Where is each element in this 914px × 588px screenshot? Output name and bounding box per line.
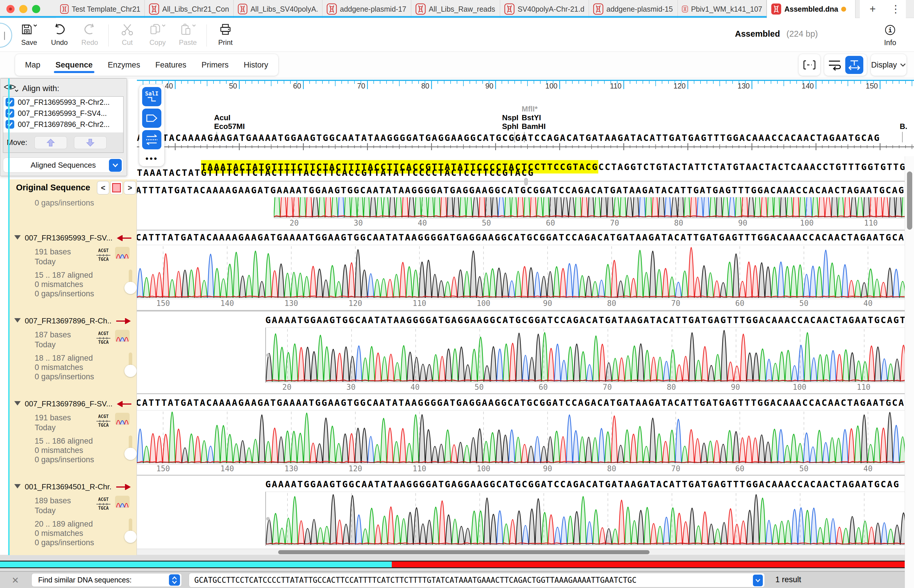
view-tab-history[interactable]: History [244, 55, 268, 75]
collapse-triangle-icon[interactable] [14, 235, 21, 239]
read-sequence-row[interactable]: ATTTATGATACAAAAGAAGATGAAAATGGAAGTGGCAATA… [137, 185, 905, 195]
collapse-panel-handle[interactable] [0, 23, 12, 48]
aligned-read-row[interactable]: TAAATACTATGTTTTCTTCTACTTTTACCTTCACCGTTAT… [137, 151, 914, 163]
next-read-button[interactable]: > [124, 181, 136, 194]
chromatogram-trace[interactable] [265, 492, 914, 546]
enzyme-label[interactable]: Eco57MI [214, 122, 245, 131]
window-tab[interactable]: All_Libs_SV40polyA. [234, 0, 322, 18]
read-sequence-row[interactable]: CATTTATGATACAAAAGAAGATGAAAATGGAAGTGGCAAT… [137, 232, 914, 242]
align-sequence-row[interactable]: 007_FR13695993_R-Chr2... [3, 97, 123, 108]
vertical-scrollbar[interactable] [905, 156, 914, 588]
align-sequence-row[interactable]: 007_FR13697896_R-Chr2... [3, 119, 123, 130]
chromatogram-toggle-icon[interactable] [115, 496, 129, 508]
view-tab-enzymes[interactable]: Enzymes [108, 55, 140, 75]
more-tools-button[interactable]: ••• [142, 152, 161, 166]
align-arrows-icon [145, 134, 159, 145]
close-find-bar-icon[interactable]: ✕ [12, 575, 19, 585]
enzyme-label[interactable]: SphI [502, 122, 518, 131]
acgt-strands-icon[interactable]: ACGTTGCA [94, 331, 113, 345]
read-entry[interactable]: 007_FR13697896_R-Ch...187 basesTodayACGT… [10, 318, 137, 390]
info-button[interactable]: i Info [876, 21, 904, 50]
collapse-triangle-icon[interactable] [14, 484, 21, 488]
find-query-input[interactable]: GCATGCCTTCCTCATCCCCTTATATTGCCACTTCCATTTT… [189, 573, 765, 587]
enzyme-label[interactable]: AcuI [214, 113, 230, 122]
window-tab[interactable]: addgene-plasmid-15 [589, 0, 678, 18]
print-button[interactable]: Print [210, 20, 241, 50]
align-sequence-row[interactable]: 007_FR13695993_F-SV4... [3, 108, 123, 119]
chromatogram-trace[interactable] [137, 245, 914, 299]
acgt-strands-icon[interactable]: ACGTTGCA [94, 498, 113, 510]
chromatogram-trace[interactable] [274, 197, 914, 219]
window-tab[interactable]: Test Template_Chr21 [56, 0, 145, 18]
chromatogram-trace[interactable] [265, 328, 914, 383]
query-dropdown-icon[interactable] [753, 575, 763, 586]
previous-read-button[interactable]: < [97, 181, 109, 194]
window-tab[interactable]: Assembled.dna [767, 0, 856, 18]
horizontal-scrollbar[interactable] [137, 549, 914, 555]
axis-label: 40 [402, 383, 428, 391]
collapse-triangle-icon[interactable] [14, 401, 21, 405]
undo-button[interactable]: Undo [44, 20, 74, 50]
collapse-triangle-icon[interactable] [14, 318, 21, 323]
select-range-button[interactable] [799, 54, 820, 76]
align-reads-button[interactable] [142, 130, 161, 149]
checkbox-checked-icon[interactable] [5, 109, 14, 118]
wrap-lines-button[interactable] [828, 58, 842, 72]
move-down-button[interactable] [74, 136, 107, 149]
read-sequence-row[interactable]: GAAAATGGAAGTGGCAATATAAGGGGATGAGGAAGGCATG… [265, 479, 900, 489]
chromatogram-toggle-icon[interactable] [115, 330, 129, 342]
acgt-strands-icon[interactable]: ACGTTGCA [94, 415, 113, 428]
enzyme-label[interactable]: B. [900, 122, 907, 131]
checkbox-checked-icon[interactable] [5, 98, 14, 107]
chromatogram-toggle-icon[interactable] [115, 413, 129, 425]
slider-knob[interactable] [125, 282, 137, 294]
slider-knob[interactable] [125, 365, 137, 377]
view-tab-map[interactable]: Map [25, 55, 40, 75]
coverage-overview-bar[interactable] [0, 561, 914, 568]
read-sequence-row[interactable]: CATTTATGATACAAAAGAAGATGAAAATGGAAGTGGCAAT… [137, 397, 914, 408]
read-direction-left-icon [116, 235, 132, 242]
move-up-button[interactable] [34, 136, 67, 149]
aligned-sequences-selector[interactable]: Aligned Sequences [3, 157, 123, 173]
read-sequence-row[interactable]: GAAAATGGAAGTGGCAATATAAGGGGATGAGGAAGGCATG… [265, 315, 906, 325]
enzyme-site-button[interactable]: SalI [142, 87, 161, 106]
slider-knob[interactable] [125, 448, 137, 460]
close-window-button[interactable] [6, 5, 15, 13]
checkbox-checked-icon[interactable] [5, 120, 14, 129]
window-tab[interactable]: All_Libs_Raw_reads [411, 0, 500, 18]
horizontal-scrollbar-thumb[interactable] [278, 550, 650, 554]
display-menu-button[interactable]: Display [871, 54, 906, 76]
window-tab[interactable]: addgene-plasmid-17 [322, 0, 411, 18]
slider-knob[interactable] [125, 531, 137, 543]
window-tab[interactable]: All_Libs_Chr21_Con [145, 0, 234, 18]
chromatogram-toggle-icon[interactable] [115, 247, 129, 259]
enzyme-label[interactable]: NspI [502, 113, 518, 122]
enzyme-label[interactable]: MflI* [522, 105, 538, 113]
view-tab-sequence[interactable]: Sequence [56, 55, 93, 75]
vertical-scrollbar-thumb[interactable] [907, 171, 912, 230]
view-tab-features[interactable]: Features [155, 55, 186, 75]
visibility-eye-icon[interactable] [3, 82, 19, 95]
read-color-button[interactable] [110, 181, 123, 194]
splitter-handle[interactable] [524, 178, 528, 186]
window-tab[interactable]: Pbiv1_WM_k141_107 [678, 0, 767, 18]
zoom-window-button[interactable] [32, 5, 40, 13]
acgt-strands-icon[interactable]: ACGTTGCA [94, 249, 113, 262]
complement-strand[interactable]: TAAATACTATGTTTTCTTCTACTTTTACCTTCACCGTTAT… [137, 167, 534, 178]
read-entry[interactable]: 007_FR13697896_F-SV...191 basesTodayACGT… [10, 401, 137, 473]
fit-text-width-button[interactable] [845, 56, 863, 74]
view-tab-primers[interactable]: Primers [202, 55, 229, 75]
enzyme-label[interactable]: BamHI [522, 122, 545, 131]
tab-overflow-button[interactable]: ⋮ [885, 0, 906, 18]
save-button[interactable]: Save [14, 20, 44, 50]
window-tab[interactable]: SV40polyA-Chr-21.d [500, 0, 589, 18]
chromatogram-trace[interactable] [137, 410, 914, 464]
read-entry[interactable]: 007_FR13695993_F-SV...191 basesTodayACGT… [10, 234, 137, 307]
enzyme-label[interactable]: BstYI [522, 113, 541, 122]
assembled-top-strand[interactable]: ATGATACAAAAGAAGATGAAAATGGAAGTGGCAATATAAG… [137, 132, 880, 143]
find-mode-selector[interactable]: Find similar DNA sequences: [31, 573, 182, 587]
feature-button[interactable] [142, 108, 161, 128]
read-entry[interactable]: 001_FR13694501_R-Chr...189 basesTodayACG… [10, 483, 137, 555]
minimize-window-button[interactable] [19, 5, 28, 13]
new-tab-button[interactable]: + [860, 0, 885, 18]
